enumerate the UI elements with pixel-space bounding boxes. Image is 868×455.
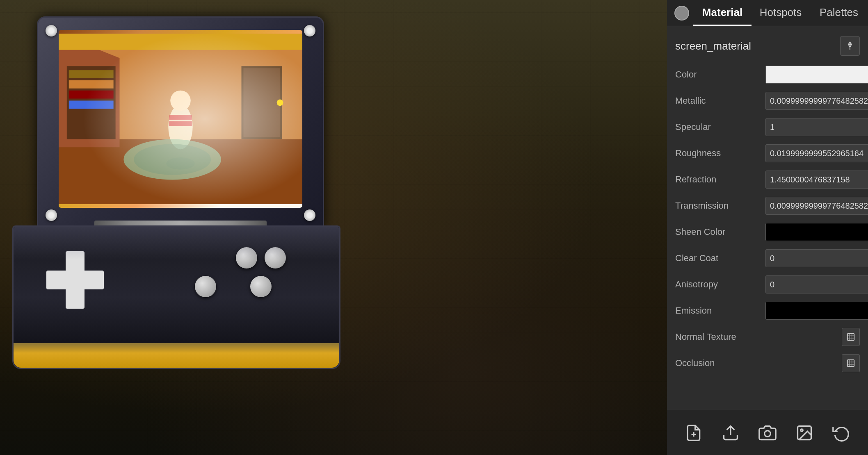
material-name: screen_material bbox=[675, 40, 751, 52]
device-upper-body bbox=[37, 16, 324, 230]
svg-rect-52 bbox=[847, 360, 854, 367]
prop-row-emission: Emission bbox=[675, 300, 860, 321]
bolt-bottom-left bbox=[46, 209, 57, 221]
prop-label-clear-coat: Clear Coat bbox=[675, 253, 765, 264]
prop-controls-metallic bbox=[765, 92, 868, 110]
image-button[interactable] bbox=[790, 418, 819, 448]
color-input[interactable] bbox=[765, 66, 868, 84]
refraction-input[interactable] bbox=[765, 171, 868, 189]
pin-button[interactable] bbox=[840, 36, 860, 56]
new-document-button[interactable] bbox=[679, 418, 708, 448]
tab-material[interactable]: Material bbox=[693, 0, 752, 26]
device-bottom-stripe bbox=[14, 343, 339, 368]
reset-icon bbox=[832, 424, 850, 442]
action-btn-bottom bbox=[250, 276, 272, 297]
specular-input[interactable] bbox=[765, 118, 868, 136]
prop-controls-specular bbox=[765, 118, 868, 136]
prop-label-color: Color bbox=[675, 69, 765, 80]
prop-row-occlusion: Occlusion bbox=[675, 353, 860, 374]
roughness-input[interactable] bbox=[765, 144, 868, 162]
prop-label-anisotropy: Anisotropy bbox=[675, 279, 765, 290]
pin-icon bbox=[845, 41, 854, 50]
prop-controls-transmission bbox=[765, 197, 868, 215]
prop-row-refraction: Refraction bbox=[675, 169, 860, 190]
dpad bbox=[46, 251, 104, 309]
prop-label-roughness: Roughness bbox=[675, 148, 765, 159]
reset-button[interactable] bbox=[827, 418, 856, 448]
clear-coat-input[interactable] bbox=[765, 249, 868, 267]
prop-label-metallic: Metallic bbox=[675, 96, 765, 106]
prop-row-transmission: Transmission bbox=[675, 195, 860, 216]
device-lower-body bbox=[12, 225, 340, 369]
prop-row-clear-coat: Clear Coat bbox=[675, 248, 860, 269]
prop-row-anisotropy: Anisotropy bbox=[675, 274, 860, 295]
anisotropy-input[interactable] bbox=[765, 275, 868, 293]
prop-label-refraction: Refraction bbox=[675, 174, 765, 185]
screen-render bbox=[59, 30, 302, 208]
prop-controls-color bbox=[765, 66, 868, 84]
tab-palettes[interactable]: Palettes bbox=[810, 0, 868, 26]
right-panel: Material Hotspots Palettes screen_materi… bbox=[667, 0, 868, 455]
panel-content: screen_material Color bbox=[667, 26, 868, 410]
prop-row-sheen-color: Sheen Color bbox=[675, 221, 860, 243]
prop-label-specular: Specular bbox=[675, 122, 765, 132]
prop-row-metallic: Metallic bbox=[675, 90, 860, 111]
camera-button[interactable] bbox=[753, 418, 782, 448]
texture-btn-occlusion[interactable] bbox=[842, 354, 860, 372]
material-name-row: screen_material bbox=[675, 36, 860, 56]
bottom-toolbar bbox=[667, 410, 868, 455]
prop-row-specular: Specular bbox=[675, 116, 860, 138]
prop-row-normal-texture: Normal Texture bbox=[675, 326, 860, 348]
svg-point-58 bbox=[801, 429, 803, 431]
prop-controls-sheen-color bbox=[765, 223, 868, 241]
svg-point-56 bbox=[765, 430, 771, 437]
metallic-input[interactable] bbox=[765, 92, 868, 110]
svg-rect-51 bbox=[847, 334, 854, 341]
action-btn-left bbox=[195, 276, 216, 297]
tab-icon-area bbox=[667, 6, 693, 20]
prop-label-normal-texture: Normal Texture bbox=[675, 332, 765, 342]
export-icon bbox=[722, 424, 740, 442]
prop-controls-refraction bbox=[765, 171, 868, 189]
emission-input[interactable] bbox=[765, 302, 868, 320]
image-icon bbox=[795, 424, 813, 442]
prop-controls-emission bbox=[765, 302, 868, 320]
camera-icon bbox=[758, 424, 777, 442]
dpad-vertical bbox=[66, 251, 85, 309]
new-document-icon bbox=[685, 424, 703, 442]
viewport bbox=[0, 0, 667, 455]
prop-label-emission: Emission bbox=[675, 305, 765, 316]
prop-label-occlusion: Occlusion bbox=[675, 358, 765, 369]
prop-controls-anisotropy bbox=[765, 275, 868, 293]
screen-content bbox=[59, 30, 302, 208]
prop-controls-occlusion bbox=[765, 354, 860, 372]
bolt-bottom-right bbox=[304, 209, 315, 221]
prop-row-color: Color bbox=[675, 64, 860, 85]
prop-controls-clear-coat bbox=[765, 249, 868, 267]
prop-controls-normal-texture bbox=[765, 328, 860, 346]
prop-label-sheen-color: Sheen Color bbox=[675, 227, 765, 237]
texture-icon-normal-texture bbox=[846, 332, 855, 341]
device-screen bbox=[59, 30, 302, 208]
tab-bar: Material Hotspots Palettes bbox=[667, 0, 868, 26]
prop-row-roughness: Roughness bbox=[675, 143, 860, 164]
prop-controls-roughness bbox=[765, 144, 868, 162]
3d-device-scene bbox=[12, 16, 361, 385]
lower-top-reflection bbox=[14, 227, 339, 259]
tab-hotspots[interactable]: Hotspots bbox=[752, 0, 810, 26]
prop-label-transmission: Transmission bbox=[675, 200, 765, 211]
material-icon-circle bbox=[674, 6, 689, 20]
bolt-top-left bbox=[46, 25, 57, 36]
svg-rect-20 bbox=[59, 34, 302, 204]
sheen-color-input[interactable] bbox=[765, 223, 868, 241]
texture-btn-normal-texture[interactable] bbox=[842, 328, 860, 346]
export-button[interactable] bbox=[716, 418, 745, 448]
transmission-input[interactable] bbox=[765, 197, 868, 215]
bolt-top-right bbox=[304, 25, 315, 36]
texture-icon-occlusion bbox=[846, 359, 855, 368]
